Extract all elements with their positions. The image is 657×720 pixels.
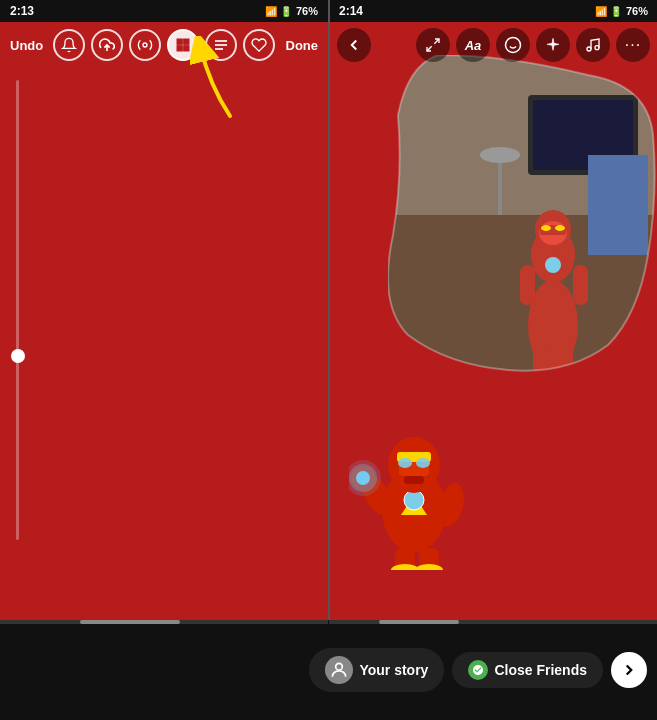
left-status-icons: 📶 🔋 <box>265 6 292 17</box>
close-friends-button[interactable]: Close Friends <box>452 652 603 688</box>
opacity-slider-track[interactable] <box>16 80 19 540</box>
left-toolbar: Undo Done <box>0 22 328 68</box>
bottom-bar: Your story Close Friends <box>0 620 657 720</box>
svg-point-1 <box>143 43 147 47</box>
svg-point-23 <box>480 147 520 163</box>
svg-rect-4 <box>177 46 182 51</box>
expand-icon[interactable] <box>416 28 450 62</box>
text-icon[interactable]: Aa <box>456 28 490 62</box>
close-friends-icon <box>468 660 488 680</box>
more-options-icon[interactable]: ··· <box>616 28 650 62</box>
photo-frame <box>388 55 657 375</box>
next-button[interactable] <box>611 652 647 688</box>
left-battery: 76% <box>296 5 318 17</box>
svg-rect-3 <box>184 39 189 44</box>
sticker-icon[interactable] <box>496 28 530 62</box>
right-tool-icons: Aa ··· <box>416 28 650 62</box>
panel-divider <box>328 0 330 620</box>
left-scroll-thumb <box>80 620 180 624</box>
right-scroll-bar <box>329 620 657 624</box>
arrow-annotation <box>190 36 250 130</box>
svg-point-57 <box>336 663 343 670</box>
notification-icon[interactable] <box>129 29 161 61</box>
right-editor-panel: 2:14 📶 🔋 76% Aa ··· <box>329 0 657 620</box>
right-battery: 76% <box>626 5 648 17</box>
left-time: 2:13 <box>10 4 34 18</box>
undo-button[interactable]: Undo <box>10 38 43 53</box>
svg-rect-33 <box>573 265 588 305</box>
svg-point-15 <box>587 47 591 51</box>
back-button[interactable] <box>337 28 371 62</box>
svg-point-12 <box>506 38 521 53</box>
ironman-sticker <box>349 400 479 570</box>
opacity-slider-thumb[interactable] <box>11 349 25 363</box>
svg-rect-2 <box>177 39 182 44</box>
svg-rect-5 <box>184 46 189 51</box>
sparkle-icon[interactable] <box>536 28 570 62</box>
right-toolbar: Aa ··· <box>329 22 657 68</box>
bell-icon[interactable] <box>53 29 85 61</box>
close-friends-label: Close Friends <box>494 662 587 678</box>
svg-line-10 <box>434 39 439 44</box>
svg-point-16 <box>595 46 599 50</box>
left-scroll-bar <box>0 620 328 624</box>
svg-rect-36 <box>558 345 573 375</box>
svg-point-45 <box>416 458 430 468</box>
svg-rect-46 <box>404 476 424 484</box>
your-story-label: Your story <box>359 662 428 678</box>
done-button[interactable]: Done <box>286 38 319 53</box>
right-time: 2:14 <box>339 4 363 18</box>
upload-icon[interactable] <box>91 29 123 61</box>
svg-rect-24 <box>588 155 648 255</box>
svg-point-44 <box>398 458 412 468</box>
svg-rect-32 <box>520 265 535 305</box>
music-icon[interactable] <box>576 28 610 62</box>
svg-line-11 <box>427 46 432 51</box>
right-scroll-thumb <box>379 620 459 624</box>
right-status-icons: 📶 🔋 <box>595 6 622 17</box>
svg-point-31 <box>555 225 565 231</box>
svg-rect-22 <box>498 155 502 215</box>
your-story-avatar <box>325 656 353 684</box>
left-editor-panel: 2:13 📶 🔋 76% Undo <box>0 0 328 620</box>
your-story-button[interactable]: Your story <box>309 648 444 692</box>
svg-point-30 <box>541 225 551 231</box>
svg-point-34 <box>545 257 561 273</box>
